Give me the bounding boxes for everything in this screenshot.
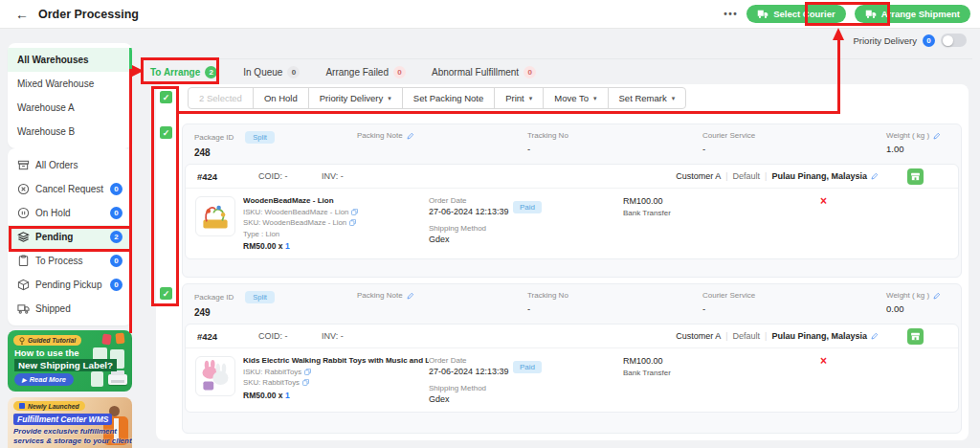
order-card: #424 COID: - INV: - Customer A | Default… bbox=[185, 164, 959, 259]
order-header: #424 COID: - INV: - Customer A | Default… bbox=[186, 165, 958, 189]
edit-pencil-icon[interactable] bbox=[933, 132, 941, 140]
tracking-no-value: - bbox=[527, 144, 702, 154]
tab-arrange-failed[interactable]: Arrange Failed 0 bbox=[325, 66, 406, 78]
sidebar-item-pending-pickup[interactable]: Pending Pickup 0 bbox=[8, 273, 132, 297]
set-remark-dropdown[interactable]: Set Remark▾ bbox=[608, 87, 687, 109]
copy-icon[interactable] bbox=[302, 379, 309, 386]
inv-value: INV: - bbox=[322, 171, 344, 181]
top-bar: ← Order Processing ••• Select Courier Ar… bbox=[0, 0, 980, 29]
customer-name: Customer A bbox=[676, 171, 721, 181]
chevron-down-icon: ▾ bbox=[529, 95, 533, 102]
remove-order-icon[interactable]: × bbox=[820, 196, 827, 251]
back-arrow-icon[interactable]: ← bbox=[15, 7, 29, 22]
order-date-value: 27-06-2024 12:13:39 bbox=[429, 207, 513, 216]
archive-icon bbox=[17, 159, 30, 171]
product-qty: 1 bbox=[285, 391, 290, 400]
package-header: Package IDSplit 248 Packing Note Trackin… bbox=[183, 124, 961, 164]
sidebar-item-shipped[interactable]: Shipped bbox=[8, 297, 132, 321]
product-price: RM50.00 x 1 bbox=[243, 241, 429, 251]
annotation-arrowhead-to-arrange bbox=[132, 65, 144, 77]
order-date-value: 27-06-2024 12:13:39 bbox=[429, 367, 513, 376]
on-hold-button[interactable]: On Hold bbox=[253, 87, 309, 109]
tracking-no-label: Tracking No bbox=[527, 131, 568, 140]
set-packing-note-button[interactable]: Set Packing Note bbox=[402, 87, 495, 109]
selected-count-button: 2 Selected bbox=[188, 87, 254, 109]
product-image bbox=[195, 356, 235, 396]
tab-to-arrange[interactable]: To Arrange 2 bbox=[150, 66, 217, 78]
count-badge: 2 bbox=[110, 231, 122, 243]
pause-circle-icon bbox=[17, 207, 30, 219]
edit-pencil-icon[interactable] bbox=[871, 332, 879, 340]
layers-icon bbox=[17, 231, 30, 243]
newly-launched-badge: Newly Launched bbox=[13, 401, 85, 411]
truck-icon bbox=[757, 10, 768, 18]
customer-name: Customer A bbox=[676, 331, 721, 341]
weight-value: 0.00 bbox=[886, 303, 949, 314]
read-more-button[interactable]: ▶ Read More bbox=[14, 373, 74, 386]
sidebar-item-warehouse-a[interactable]: Warehouse A bbox=[8, 96, 132, 120]
truck-icon bbox=[865, 10, 877, 18]
priority-delivery-label: Priority Delivery bbox=[853, 35, 917, 46]
move-to-dropdown[interactable]: Move To▾ bbox=[543, 87, 608, 109]
coid-value: COID: - bbox=[258, 331, 292, 341]
weight-label: Weight ( kg ) bbox=[886, 131, 929, 140]
printer-graphic bbox=[108, 374, 127, 385]
product-sku: SKU: WoodenBeadMaze - Lion bbox=[243, 218, 346, 227]
guided-tutorial-promo-card[interactable]: Guided Tutorial How to use the New Shipp… bbox=[8, 330, 132, 392]
sidebar-item-warehouse-b[interactable]: Warehouse B bbox=[8, 120, 132, 144]
weight-label: Weight ( kg ) bbox=[886, 291, 929, 300]
priority-delivery-switch[interactable] bbox=[941, 34, 967, 47]
copy-icon[interactable] bbox=[351, 209, 358, 215]
sidebar-item-to-process[interactable]: To Process 0 bbox=[8, 249, 132, 273]
more-menu-icon[interactable]: ••• bbox=[724, 9, 738, 19]
product-name: WoodenBeadMaze - Lion bbox=[243, 196, 429, 205]
tab-in-queue[interactable]: In Queue 0 bbox=[243, 66, 300, 78]
product-row: Kids Electric Walking Rabbit Toys with M… bbox=[186, 348, 958, 412]
sidebar-item-all-warehouses[interactable]: All Warehouses bbox=[8, 48, 132, 72]
store-icon[interactable] bbox=[907, 168, 924, 185]
order-total: RM100.00 bbox=[623, 196, 820, 206]
remove-order-icon[interactable]: × bbox=[820, 356, 827, 404]
tab-count-badge: 2 bbox=[205, 66, 217, 78]
copy-icon[interactable] bbox=[304, 369, 311, 375]
store-icon[interactable] bbox=[907, 328, 924, 345]
sidebar-item-pending[interactable]: Pending 2 bbox=[8, 225, 132, 249]
arrange-shipment-button[interactable]: Arrange Shipment bbox=[855, 5, 970, 23]
fulfillment-wms-promo-card[interactable]: Newly Launched Fulfillment Center WMS Pr… bbox=[8, 397, 132, 448]
chevron-down-icon: ▾ bbox=[593, 95, 597, 102]
courier-service-label: Courier Service bbox=[702, 131, 755, 140]
packing-note-label: Packing Note bbox=[357, 291, 403, 300]
priority-delivery-dropdown[interactable]: Priority Delivery▾ bbox=[308, 87, 403, 109]
promo-title: Fulfillment Center WMS bbox=[13, 414, 112, 425]
app-icon bbox=[19, 403, 25, 409]
order-date-label: Order Date bbox=[429, 356, 513, 365]
sidebar-item-cancel-request[interactable]: Cancel Request 0 bbox=[8, 177, 132, 201]
select-courier-button[interactable]: Select Courier bbox=[746, 5, 845, 23]
edit-pencil-icon[interactable] bbox=[407, 132, 414, 140]
product-qty: 1 bbox=[285, 241, 290, 251]
shipping-method-label: Shipping Method bbox=[429, 224, 513, 233]
truck-icon bbox=[17, 302, 30, 315]
product-price: RM50.00 x 1 bbox=[243, 391, 429, 400]
sidebar-item-on-hold[interactable]: On Hold 0 bbox=[8, 201, 132, 225]
select-all-checkbox[interactable]: ✓ bbox=[160, 91, 172, 103]
package-248-checkbox[interactable]: ✓ bbox=[160, 126, 172, 139]
promo-line-2: New Shipping Label? bbox=[14, 359, 117, 371]
packing-note-label: Packing Note bbox=[357, 131, 403, 140]
sidebar-item-all-orders[interactable]: All Orders bbox=[8, 153, 132, 177]
count-badge: 0 bbox=[110, 255, 122, 267]
customer-tag: Default bbox=[733, 171, 761, 181]
copy-icon[interactable] bbox=[349, 219, 356, 226]
edit-pencil-icon[interactable] bbox=[933, 292, 941, 300]
tab-abnormal-fulfillment[interactable]: Abnormal Fulfillment 0 bbox=[432, 66, 536, 78]
print-dropdown[interactable]: Print▾ bbox=[494, 87, 544, 109]
bulb-icon bbox=[19, 337, 25, 345]
edit-pencil-icon[interactable] bbox=[407, 292, 414, 300]
edit-pencil-icon[interactable] bbox=[871, 172, 879, 180]
sidebar-item-mixed-warehouse[interactable]: Mixed Warehouse bbox=[8, 72, 132, 96]
package-249-checkbox[interactable]: ✓ bbox=[160, 287, 172, 300]
label-tag-orange bbox=[115, 333, 124, 345]
coid-value: COID: - bbox=[258, 171, 292, 181]
package-id-value: 248 bbox=[194, 147, 357, 158]
package-card-248: Package IDSplit 248 Packing Note Trackin… bbox=[182, 123, 962, 278]
